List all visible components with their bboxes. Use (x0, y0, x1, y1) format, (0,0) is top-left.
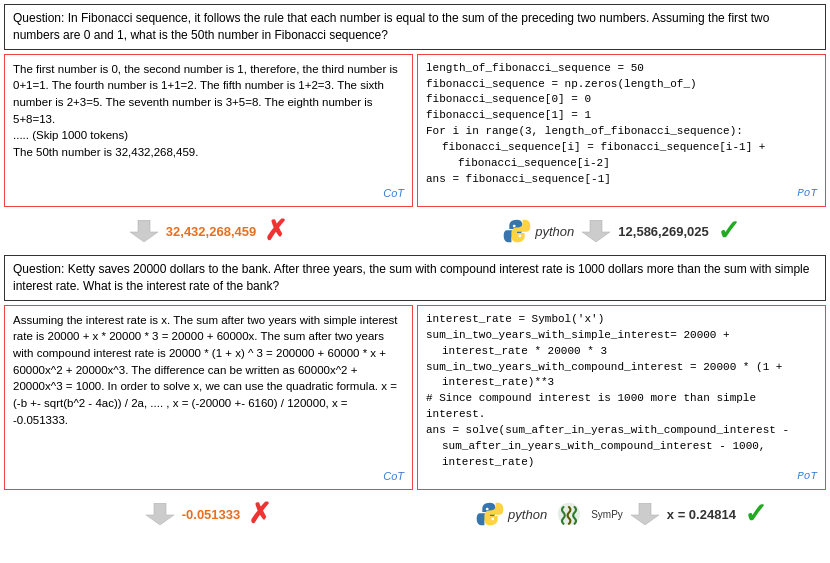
question1-box: Question: In Fibonacci sequence, it foll… (4, 4, 826, 50)
answer1-pot-label: PoT (797, 186, 817, 202)
result2-row: -0.051333 ✗ python (4, 494, 826, 534)
answer1-right-line8: ans = fibonacci_sequence[-1] (426, 172, 817, 188)
sympy-icon (555, 500, 583, 528)
answer1-right-line5: For i in range(3, length_of_fibonacci_se… (426, 124, 817, 140)
answer1-right-line6: fibonacci_sequence[i] = fibonacci_sequen… (426, 140, 817, 156)
sympy-text: SymPy (591, 509, 623, 520)
answer2-right-line4: sum_in_two_years_with_compound_interest … (426, 360, 817, 376)
answer2-right-line8: sum_after_in_years_with_compound_interes… (426, 439, 817, 455)
question1-text: Question: In Fibonacci sequence, it foll… (13, 11, 769, 42)
result1-right-value: 12,586,269,025 (618, 224, 708, 239)
result2-right-value: x = 0.24814 (667, 507, 736, 522)
svg-marker-3 (582, 220, 610, 242)
answer1-right-line2: fibonacci_sequence = np.zeros(length_of_… (426, 77, 817, 93)
result1-left-value: 32,432,268,459 (166, 224, 256, 239)
svg-point-5 (486, 508, 489, 511)
result1-left-cell: 32,432,268,459 ✗ (4, 211, 413, 251)
svg-marker-8 (631, 503, 659, 525)
answer2-pot-label: PoT (797, 469, 817, 485)
svg-point-6 (492, 518, 495, 521)
answer2-right-line1: interest_rate = Symbol('x') (426, 312, 817, 328)
answer1-right-line4: fibonacci_sequence[1] = 1 (426, 108, 817, 124)
python-icon-1 (503, 217, 531, 245)
result1-right-checkmark: ✓ (717, 217, 740, 245)
result1-right-cell: python 12,586,269,025 ✓ (417, 211, 826, 251)
answer1-right-line1: length_of_fibonacci_sequence = 50 (426, 61, 817, 77)
result2-left-value: -0.051333 (182, 507, 241, 522)
question2-box: Question: Ketty saves 20000 dollars to t… (4, 255, 826, 301)
result1-left-xmark: ✗ (264, 217, 287, 245)
answer2-left-text: Assuming the interest rate is x. The sum… (13, 312, 404, 447)
svg-marker-4 (146, 503, 174, 525)
answer2-right-line9: interest_rate) (426, 455, 817, 471)
result2-right-cell: python SymPy x = 0.24814 ✓ (417, 494, 826, 534)
answer1-row: The first number is 0, the second number… (4, 54, 826, 208)
answer2-cot-label: CoT (383, 469, 404, 485)
answer2-right-line7: ans = solve(sum_after_in_yeras_with_comp… (426, 423, 817, 439)
answer2-row: Assuming the interest rate is x. The sum… (4, 305, 826, 490)
main-container: Question: In Fibonacci sequence, it foll… (0, 0, 830, 542)
arrow-down-left-2 (146, 503, 174, 525)
python-logo-2: python (476, 500, 547, 528)
arrow-down-right-1 (582, 220, 610, 242)
answer2-right-line2: sum_in_two_years_with_simple_interest= 2… (426, 328, 817, 344)
answer2-right-cell: interest_rate = Symbol('x') sum_in_two_y… (417, 305, 826, 490)
result1-row: 32,432,268,459 ✗ python 12,586,269,025 ✓ (4, 211, 826, 251)
answer2-right-line5: interest_rate)**3 (426, 375, 817, 391)
answer1-left-cell: The first number is 0, the second number… (4, 54, 413, 208)
result2-right-checkmark: ✓ (744, 500, 767, 528)
answer1-cot-label: CoT (383, 186, 404, 202)
svg-point-1 (513, 225, 516, 228)
svg-marker-0 (130, 220, 158, 242)
python-logo-1: python (503, 217, 574, 245)
answer2-right-line6: # Since compound interest is 1000 more t… (426, 391, 817, 423)
svg-point-2 (519, 235, 522, 238)
python-text-1: python (535, 224, 574, 239)
python-icon-2 (476, 500, 504, 528)
answer2-left-cell: Assuming the interest rate is x. The sum… (4, 305, 413, 490)
answer1-right-line3: fibonacci_sequence[0] = 0 (426, 92, 817, 108)
arrow-down-left-1 (130, 220, 158, 242)
answer1-right-cell: length_of_fibonacci_sequence = 50 fibona… (417, 54, 826, 208)
answer1-left-text: The first number is 0, the second number… (13, 61, 404, 179)
question2-text: Question: Ketty saves 20000 dollars to t… (13, 262, 809, 293)
result2-left-cell: -0.051333 ✗ (4, 494, 413, 534)
answer1-right-line7: fibonacci_sequence[i-2] (426, 156, 817, 172)
arrow-down-right-2 (631, 503, 659, 525)
python-text-2: python (508, 507, 547, 522)
answer2-right-line3: interest_rate * 20000 * 3 (426, 344, 817, 360)
result2-left-xmark: ✗ (248, 500, 271, 528)
